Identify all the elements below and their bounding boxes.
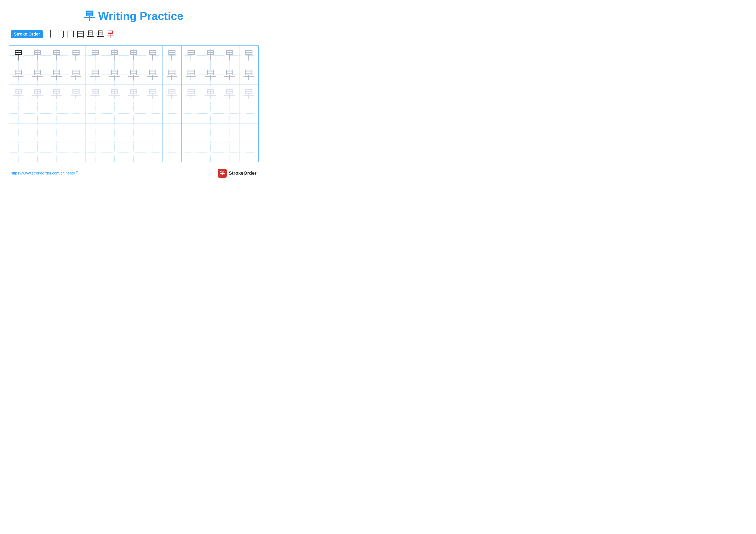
char-in-cell: 早 (32, 50, 43, 61)
char-in-cell: 早 (186, 69, 197, 80)
grid-cell-2-9[interactable]: 早 (182, 85, 201, 104)
char-in-cell: 早 (147, 69, 158, 80)
grid-cell-2-6[interactable]: 早 (124, 85, 143, 104)
grid-cell-0-10[interactable]: 早 (201, 46, 220, 65)
grid-cell-1-1[interactable]: 早 (28, 65, 47, 84)
grid-cell-0-1[interactable]: 早 (28, 46, 47, 65)
char-in-cell: 早 (90, 69, 101, 80)
grid-cell-3-7[interactable] (143, 104, 162, 123)
grid-cell-3-6[interactable] (124, 104, 143, 123)
grid-cell-4-0[interactable] (9, 123, 28, 142)
grid-cell-0-7[interactable]: 早 (143, 46, 162, 65)
grid-cell-0-8[interactable]: 早 (162, 46, 182, 65)
grid-cell-3-12[interactable] (239, 104, 258, 123)
grid-cell-1-4[interactable]: 早 (86, 65, 105, 84)
grid-cell-0-5[interactable]: 早 (105, 46, 124, 65)
grid-cell-1-6[interactable]: 早 (124, 65, 143, 84)
grid-cell-0-12[interactable]: 早 (239, 46, 258, 65)
grid-cell-5-11[interactable] (220, 143, 239, 162)
grid-cell-0-2[interactable]: 早 (47, 46, 67, 65)
grid-cell-1-0[interactable]: 早 (9, 65, 28, 84)
char-in-cell: 早 (205, 69, 216, 80)
grid-cell-2-10[interactable]: 早 (201, 85, 220, 104)
char-in-cell: 早 (51, 69, 62, 80)
grid-cell-3-0[interactable] (9, 104, 28, 123)
grid-cell-2-4[interactable]: 早 (86, 85, 105, 104)
grid-cell-4-4[interactable] (86, 123, 105, 142)
grid-cell-1-12[interactable]: 早 (239, 65, 258, 84)
grid-cell-1-8[interactable]: 早 (162, 65, 182, 84)
grid-cell-4-7[interactable] (143, 123, 162, 142)
grid-cell-5-0[interactable] (9, 143, 28, 162)
grid-cell-1-7[interactable]: 早 (143, 65, 162, 84)
grid-cell-4-2[interactable] (47, 123, 67, 142)
grid-cell-5-2[interactable] (47, 143, 67, 162)
grid-cell-3-9[interactable] (182, 104, 201, 123)
grid-cell-5-7[interactable] (143, 143, 162, 162)
char-in-cell: 早 (243, 69, 255, 80)
grid-cell-3-3[interactable] (67, 104, 86, 123)
char-in-cell: 早 (128, 69, 139, 80)
grid-cell-1-10[interactable]: 早 (201, 65, 220, 84)
grid-cell-1-11[interactable]: 早 (220, 65, 239, 84)
grid-cell-0-6[interactable]: 早 (124, 46, 143, 65)
grid-cell-2-11[interactable]: 早 (220, 85, 239, 104)
grid-cell-3-4[interactable] (86, 104, 105, 123)
grid-cell-3-2[interactable] (47, 104, 67, 123)
char-in-cell: 早 (147, 50, 158, 61)
stroke-char-4: 旦 (87, 29, 94, 39)
grid-cell-2-1[interactable]: 早 (28, 85, 47, 104)
grid-cell-5-1[interactable] (28, 143, 47, 162)
grid-cell-3-11[interactable] (220, 104, 239, 123)
grid-cell-0-9[interactable]: 早 (182, 46, 201, 65)
grid-cell-1-9[interactable]: 早 (182, 65, 201, 84)
grid-cell-2-5[interactable]: 早 (105, 85, 124, 104)
stroke-char-3: 曰 (77, 29, 85, 39)
grid-cell-3-10[interactable] (201, 104, 220, 123)
grid-cell-2-2[interactable]: 早 (47, 85, 67, 104)
stroke-char-6: 早 (106, 29, 114, 39)
grid-cell-5-4[interactable] (86, 143, 105, 162)
grid-cell-4-6[interactable] (124, 123, 143, 142)
grid-cell-1-5[interactable]: 早 (105, 65, 124, 84)
grid-cell-2-0[interactable]: 早 (9, 85, 28, 104)
char-in-cell: 早 (13, 50, 24, 61)
grid-cell-2-12[interactable]: 早 (239, 85, 258, 104)
grid-cell-4-10[interactable] (201, 123, 220, 142)
grid-cell-3-5[interactable] (105, 104, 124, 123)
char-in-cell: 早 (166, 50, 177, 61)
stroke-order-row: Stroke Order 丨冂冃曰旦旦早 (11, 29, 258, 39)
brand-label: StrokeOrder (229, 170, 256, 176)
stroke-char-2: 冃 (67, 29, 74, 39)
grid-cell-2-8[interactable]: 早 (162, 85, 182, 104)
grid-cell-4-11[interactable] (220, 123, 239, 142)
grid-cell-5-6[interactable] (124, 143, 143, 162)
footer-url[interactable]: https://www.strokeorder.com/chinese/早 (11, 171, 79, 176)
grid-cell-5-5[interactable] (105, 143, 124, 162)
grid-cell-3-1[interactable] (28, 104, 47, 123)
char-in-cell: 早 (128, 50, 139, 61)
grid-cell-0-0[interactable]: 早 (9, 46, 28, 65)
grid-cell-4-9[interactable] (182, 123, 201, 142)
grid-cell-1-2[interactable]: 早 (47, 65, 67, 84)
grid-row-0: 早早早早早早早早早早早早早 (9, 46, 258, 65)
grid-cell-0-4[interactable]: 早 (86, 46, 105, 65)
grid-cell-5-10[interactable] (201, 143, 220, 162)
grid-cell-4-5[interactable] (105, 123, 124, 142)
grid-cell-5-3[interactable] (67, 143, 86, 162)
grid-cell-2-7[interactable]: 早 (143, 85, 162, 104)
grid-row-5 (9, 143, 258, 162)
grid-cell-4-3[interactable] (67, 123, 86, 142)
grid-cell-0-3[interactable]: 早 (67, 46, 86, 65)
char-in-cell: 早 (205, 50, 216, 61)
grid-cell-0-11[interactable]: 早 (220, 46, 239, 65)
grid-cell-2-3[interactable]: 早 (67, 85, 86, 104)
grid-cell-4-1[interactable] (28, 123, 47, 142)
grid-cell-3-8[interactable] (162, 104, 182, 123)
grid-cell-5-9[interactable] (182, 143, 201, 162)
grid-cell-5-8[interactable] (162, 143, 182, 162)
grid-cell-1-3[interactable]: 早 (67, 65, 86, 84)
grid-cell-4-8[interactable] (162, 123, 182, 142)
grid-cell-4-12[interactable] (239, 123, 258, 142)
grid-cell-5-12[interactable] (239, 143, 258, 162)
